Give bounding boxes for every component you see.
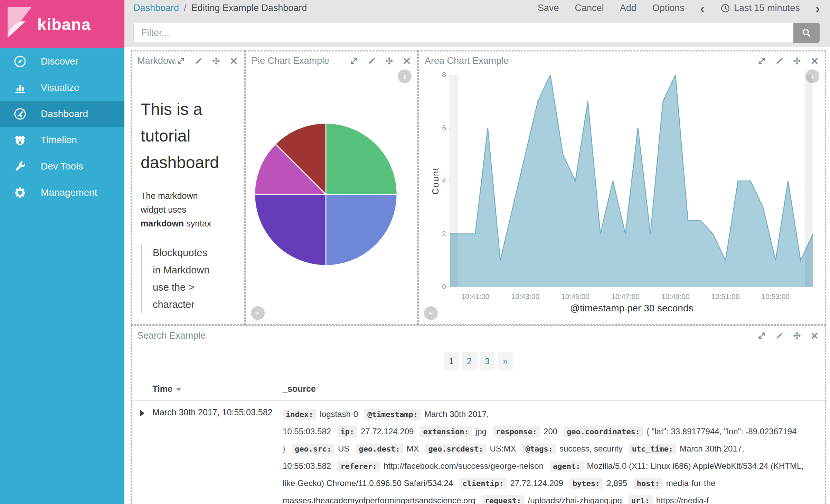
field-name-badge: url: <box>628 495 653 504</box>
x-tick-label: 10:49:00 <box>661 292 690 301</box>
pie-slice[interactable] <box>326 123 397 194</box>
chevron-up-icon: ‹ <box>252 312 263 315</box>
panel-header: Markdow... <box>132 51 244 66</box>
field-name-badge: response: <box>493 426 540 437</box>
markdown-paragraph: The markdown widget uses markdown syntax <box>141 189 218 230</box>
field-value: US <box>338 444 349 453</box>
y-tick-mark <box>446 234 450 234</box>
pie-chart[interactable] <box>253 122 398 267</box>
timepicker-label: Last 15 minutes <box>734 3 800 13</box>
sidebar-item-dashboard[interactable]: Dashboard <box>0 101 124 127</box>
y-tick-mark <box>446 128 450 128</box>
column-header-time[interactable]: Time <box>152 384 283 394</box>
page-button-3[interactable]: 3 <box>480 352 495 370</box>
breadcrumb-current: Editing Example Dashboard <box>191 3 307 13</box>
sidebar-item-visualize[interactable]: Visualize <box>0 75 124 101</box>
markdown-blockquote: Blockquotes in Markdown use the > charac… <box>141 244 215 313</box>
field-value: MX <box>407 444 419 453</box>
kibana-logo-icon <box>5 5 35 43</box>
area-chart[interactable] <box>450 75 813 287</box>
edit-pencil-icon[interactable] <box>775 56 784 66</box>
sidebar-item-label: Dev Tools <box>41 161 83 172</box>
kibana-app: kibana Discover Visualize <box>0 0 830 504</box>
x-axis-title: @timestamp per 30 seconds <box>570 303 694 314</box>
expand-row-icon[interactable] <box>140 410 144 417</box>
field-name-badge: geo.coordinates: <box>564 426 643 437</box>
breadcrumb: Dashboard / Editing Example Dashboard Sa… <box>124 0 830 16</box>
sidebar-item-discover[interactable]: Discover <box>0 48 124 75</box>
panel-header: Area Chart Example <box>419 51 825 66</box>
bar-chart-icon <box>13 81 27 95</box>
x-tick-label: 10:53:00 <box>762 292 790 301</box>
search-button[interactable] <box>793 23 820 43</box>
clock-icon <box>720 3 730 13</box>
move-panel-icon[interactable] <box>792 56 802 66</box>
x-tick-label: 10:43:00 <box>511 292 539 301</box>
field-value: US:MX <box>490 444 516 453</box>
sidebar-item-dev-tools[interactable]: Dev Tools <box>0 153 124 180</box>
field-name-badge: clientip: <box>459 478 507 489</box>
field-name-badge: geo.src: <box>292 444 334 454</box>
expand-panel-icon[interactable] <box>757 56 766 66</box>
add-button[interactable]: Add <box>620 3 636 13</box>
y-tick-mark <box>446 75 450 75</box>
field-name-badge: extension: <box>420 426 472 437</box>
sidebar-item-management[interactable]: Management <box>0 180 124 206</box>
spy-panel-toggle-button[interactable]: ‹ <box>251 306 265 320</box>
breadcrumb-dashboard-link[interactable]: Dashboard <box>133 3 179 13</box>
cancel-button[interactable]: Cancel <box>575 3 604 13</box>
top-bar: Dashboard / Editing Example Dashboard Sa… <box>124 0 830 47</box>
y-tick-mark <box>446 287 450 287</box>
save-button[interactable]: Save <box>538 3 559 13</box>
expand-panel-icon[interactable] <box>757 331 766 340</box>
kibana-logo: kibana <box>0 0 124 48</box>
field-value: https://media-f <box>656 496 709 504</box>
move-panel-icon[interactable] <box>385 56 394 66</box>
move-panel-icon[interactable] <box>211 56 221 66</box>
field-name-badge: geo.srcdest: <box>425 444 487 454</box>
markdown-content: This is a tutorial dashboard The markdow… <box>132 96 244 313</box>
page-button-1[interactable]: 1 <box>444 352 459 370</box>
page-button-next[interactable]: » <box>498 352 513 370</box>
x-tick-label: 10:45:00 <box>561 292 590 301</box>
markdown-heading: This is a tutorial dashboard <box>141 96 234 176</box>
panel-title: Search Example <box>137 330 206 341</box>
move-panel-icon[interactable] <box>792 331 802 340</box>
sort-desc-icon <box>176 388 181 391</box>
close-panel-icon[interactable] <box>229 56 238 66</box>
close-panel-icon[interactable] <box>810 331 819 340</box>
field-value: 27.72.124.209 <box>361 427 414 436</box>
time-forward-button[interactable]: › <box>816 2 820 14</box>
field-value: logstash-0 <box>320 409 358 419</box>
timepicker-button[interactable]: Last 15 minutes <box>720 3 800 13</box>
close-panel-icon[interactable] <box>402 56 412 66</box>
field-name-badge: geo.dest: <box>356 444 403 454</box>
panel-header: Pie Chart Example <box>246 51 417 66</box>
panel-title: Area Chart Example <box>425 56 509 66</box>
sidebar-item-label: Timelion <box>41 135 77 146</box>
edit-pencil-icon[interactable] <box>367 56 376 66</box>
field-name-badge: ip: <box>337 426 357 437</box>
toolbar-actions: Save Cancel Add Options ‹ Last 15 minute… <box>538 2 820 14</box>
filter-input[interactable] <box>133 23 793 43</box>
partial-bucket-endzone-right <box>805 75 813 287</box>
edit-pencil-icon[interactable] <box>194 56 203 66</box>
field-name-badge: utc_time: <box>629 444 676 454</box>
close-panel-icon[interactable] <box>810 56 819 66</box>
y-tick-label: 2 <box>425 230 446 238</box>
spy-panel-toggle-button[interactable]: ‹ <box>424 306 438 320</box>
page-button-2[interactable]: 2 <box>462 352 477 370</box>
legend-toggle-button[interactable]: ‹ <box>398 69 412 83</box>
pie-slice[interactable] <box>255 194 326 265</box>
options-button[interactable]: Options <box>652 3 685 13</box>
expand-panel-icon[interactable] <box>349 56 359 66</box>
gear-icon <box>13 186 27 200</box>
sidebar-item-timelion[interactable]: Timelion <box>0 127 124 153</box>
panel-search: Search Example 1 2 3 » Time _source <box>131 325 826 504</box>
pie-slice[interactable] <box>326 194 397 265</box>
field-name-badge: @timestamp: <box>364 409 421 420</box>
expand-panel-icon[interactable] <box>176 56 186 66</box>
edit-pencil-icon[interactable] <box>775 331 784 340</box>
column-header-source: _source <box>283 384 316 394</box>
time-back-button[interactable]: ‹ <box>700 2 704 14</box>
